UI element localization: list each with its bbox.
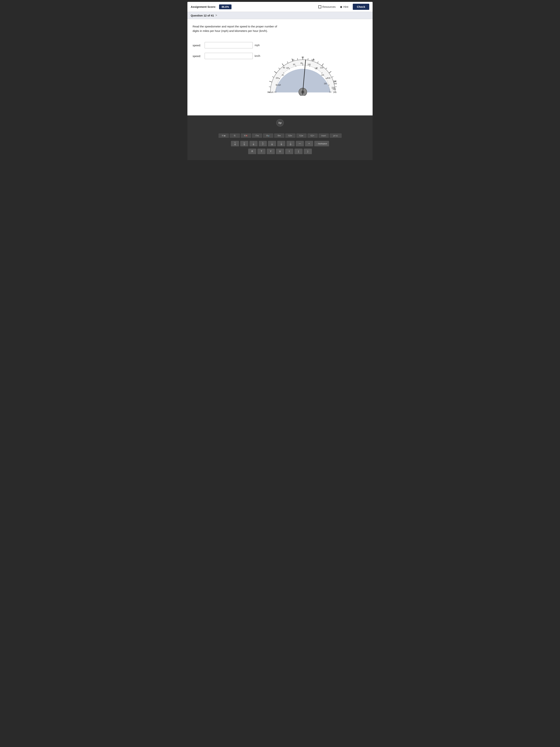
svg-line-7 — [282, 63, 284, 66]
speed-mph-label: speed: — [193, 44, 203, 47]
svg-line-4 — [272, 77, 274, 77]
hint-icon: ◆ — [340, 5, 342, 8]
key-open-brace[interactable]: { — [294, 149, 302, 155]
fn-key-row: f4 ▮▮ f5 f6 🔇 f7 ◀ f8 🔉 f9 ⏮ f10 ⏯ f11 ⏭ — [218, 133, 342, 138]
score-badge: 86.6% — [219, 4, 232, 9]
hp-logo: hp — [276, 119, 284, 127]
keyboard-area: hp f4 ▮▮ f5 f6 🔇 f7 ◀ f8 🔉 f9 ⏮ f10 ⏯ — [187, 115, 373, 160]
insert-key[interactable]: insert — [319, 133, 329, 138]
svg-line-8 — [287, 61, 288, 63]
kmh-label-20: 20 — [276, 77, 278, 79]
speed-kmh-input[interactable] — [205, 53, 253, 59]
key-4[interactable]: $ 4 — [231, 141, 239, 147]
key-0[interactable]: ) 0 — [287, 141, 295, 147]
f7-key[interactable]: f7 ◀ — [252, 133, 262, 138]
question-nav: Question 12 of 41 > — [187, 12, 373, 19]
key-minus[interactable]: — — [296, 141, 304, 147]
question-area: speed: mph speed: km/h — [193, 38, 367, 96]
resources-button[interactable]: Resources — [318, 5, 336, 8]
svg-line-17 — [329, 71, 331, 73]
key-6[interactable]: ^ 6 — [249, 141, 258, 147]
svg-line-35 — [302, 92, 303, 95]
f11-key[interactable]: f11 ⏭ — [296, 133, 307, 138]
resources-icon — [318, 5, 321, 8]
mph-label-60: 60 — [293, 63, 295, 66]
svg-line-3 — [269, 81, 272, 82]
hint-button[interactable]: ◆ Hint — [340, 5, 348, 8]
key-t[interactable]: T — [258, 149, 266, 155]
svg-line-15 — [322, 63, 323, 66]
svg-line-20 — [335, 87, 337, 87]
f6-key[interactable]: f6 🔇 — [241, 133, 251, 138]
key-7[interactable]: & 7 — [259, 141, 267, 147]
question-instruction: Read the speedometer and report the spee… — [193, 24, 282, 33]
mph-label-160: 160 — [324, 83, 327, 85]
mph-label-40: 40 — [286, 67, 289, 69]
check-button[interactable]: Check — [353, 4, 369, 10]
f9-key[interactable]: f9 ⏮ — [274, 133, 285, 138]
backspace-key[interactable]: ← backspace — [314, 141, 329, 147]
svg-line-12 — [308, 58, 308, 60]
top-bar-actions: Resources ◆ Hint Check — [318, 4, 369, 10]
hp-logo-text: hp — [278, 121, 282, 124]
mph-label-20: 20 — [282, 74, 284, 76]
mph-unit: mph — [255, 44, 260, 47]
f8-key[interactable]: f8 🔉 — [263, 133, 273, 138]
speed-mph-input[interactable] — [205, 42, 253, 48]
kmh-label-240: 240 — [333, 91, 337, 93]
svg-line-14 — [318, 61, 319, 63]
mph-label-120: 120 — [315, 67, 318, 69]
mph-label-140: 140 — [321, 74, 324, 76]
kmh-label-140: 140 — [327, 77, 330, 79]
speedometer-svg: 0 km/h 20 40 60 80 100 120 140 160 240 0… — [268, 38, 338, 96]
speed-kmh-label: speed: — [193, 54, 203, 58]
key-plus[interactable]: + — [305, 141, 313, 147]
kmh-label-0: 0 km/h — [268, 91, 273, 93]
svg-line-16 — [326, 68, 327, 69]
assignment-score-label: Assignment Score: — [191, 5, 216, 8]
kmh-label-200: 200 — [334, 83, 337, 85]
f12-key[interactable]: f12 ✈ — [308, 133, 318, 138]
key-u[interactable]: U — [276, 149, 284, 155]
kmh-label-60: 60 — [292, 59, 294, 61]
screen: Assignment Score: 86.6% Resources ◆ Hint… — [187, 2, 373, 115]
kmh-input-row: speed: km/h — [193, 53, 260, 59]
f4-key[interactable]: f4 ▮▮ — [218, 133, 229, 138]
svg-line-18 — [332, 77, 334, 77]
svg-line-5 — [274, 71, 277, 73]
f10-key[interactable]: f10 ⏯ — [285, 133, 296, 138]
mph-label-100: 100 — [308, 63, 311, 66]
key-8[interactable]: * 8 — [268, 141, 276, 147]
key-9[interactable]: ( 9 — [277, 141, 285, 147]
mph-label-80: 80 — [300, 62, 303, 64]
kmh-label-120: 120 — [320, 67, 323, 69]
key-5[interactable]: % 5 — [240, 141, 248, 147]
top-bar: Assignment Score: 86.6% Resources ◆ Hint… — [187, 2, 373, 12]
key-close-brace[interactable]: } — [304, 149, 312, 155]
number-key-row: $ 4 % 5 ^ 6 & 7 * 8 — [231, 141, 329, 147]
resources-label: Resources — [322, 5, 336, 8]
key-y[interactable]: Y — [267, 149, 275, 155]
prt-sc-key[interactable]: prt sc — [330, 133, 342, 138]
kmh-unit: km/h — [255, 54, 260, 57]
f5-key[interactable]: f5 — [230, 133, 240, 138]
kmh-label-80: 80 — [302, 56, 304, 58]
mph-input-row: speed: mph — [193, 42, 260, 48]
svg-line-10 — [297, 58, 298, 60]
main-content: Read the speedometer and report the spee… — [187, 19, 373, 115]
mph-label-0: 0 mph — [276, 84, 281, 86]
hint-label: Hint — [343, 5, 348, 8]
svg-line-6 — [279, 68, 280, 69]
letter-key-row: R T Y U I { } — [248, 149, 312, 155]
speedometer: 0 km/h 20 40 60 80 100 120 140 160 240 0… — [268, 38, 338, 96]
kmh-label-180: 180 — [334, 80, 337, 82]
svg-line-2 — [269, 87, 271, 87]
key-i[interactable]: I — [285, 149, 293, 155]
kmh-label-100: 100 — [311, 59, 315, 61]
question-nav-text: Question 12 of 41 — [191, 14, 214, 17]
key-r[interactable]: R — [248, 149, 256, 155]
kmh-label-40: 40 — [283, 67, 285, 69]
kmh-label-220: 220 — [332, 87, 335, 89]
next-question-arrow[interactable]: > — [215, 14, 217, 17]
inputs-section: speed: mph speed: km/h — [193, 38, 260, 59]
